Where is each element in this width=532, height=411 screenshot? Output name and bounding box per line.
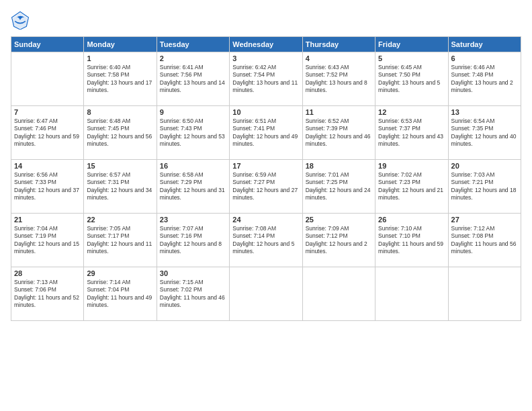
calendar-cell: 4Sunrise: 6:43 AMSunset: 7:52 PMDaylight… [302, 52, 375, 106]
calendar-week-row: 21Sunrise: 7:04 AMSunset: 7:19 PMDayligh… [11, 214, 521, 267]
day-number: 24 [232, 216, 299, 224]
calendar-cell: 19Sunrise: 7:02 AMSunset: 7:23 PMDayligh… [375, 160, 448, 214]
calendar-cell: 13Sunrise: 6:54 AMSunset: 7:35 PMDayligh… [448, 106, 521, 160]
calendar-cell: 7Sunrise: 6:47 AMSunset: 7:46 PMDaylight… [11, 106, 84, 160]
calendar-cell: 17Sunrise: 6:59 AMSunset: 7:27 PMDayligh… [230, 160, 302, 214]
day-info: Sunrise: 6:59 AMSunset: 7:27 PMDaylight:… [232, 171, 299, 202]
day-number: 3 [232, 54, 299, 62]
day-info: Sunrise: 7:15 AMSunset: 7:02 PMDaylight:… [160, 279, 226, 310]
day-info: Sunrise: 6:48 AMSunset: 7:45 PMDaylight:… [87, 118, 153, 148]
day-number: 9 [160, 108, 226, 116]
day-number: 12 [378, 108, 445, 116]
calendar-cell: 21Sunrise: 7:04 AMSunset: 7:19 PMDayligh… [11, 214, 84, 267]
day-number: 20 [451, 162, 518, 170]
calendar-header-row: SundayMondayTuesdayWednesdayThursdayFrid… [11, 37, 521, 52]
calendar-week-row: 14Sunrise: 6:56 AMSunset: 7:33 PMDayligh… [11, 160, 521, 214]
day-number: 25 [306, 216, 372, 224]
day-info: Sunrise: 7:05 AMSunset: 7:17 PMDaylight:… [87, 225, 153, 256]
day-number: 14 [14, 162, 81, 170]
day-info: Sunrise: 7:14 AMSunset: 7:04 PMDaylight:… [87, 279, 153, 310]
day-info: Sunrise: 6:57 AMSunset: 7:31 PMDaylight:… [87, 171, 153, 202]
day-info: Sunrise: 6:46 AMSunset: 7:48 PMDaylight:… [451, 64, 518, 95]
day-number: 30 [160, 269, 226, 277]
day-number: 27 [451, 216, 518, 224]
day-number: 6 [451, 54, 518, 62]
weekday-header-friday: Friday [375, 37, 448, 52]
calendar-cell: 14Sunrise: 6:56 AMSunset: 7:33 PMDayligh… [11, 160, 84, 214]
day-number: 13 [451, 108, 518, 116]
day-number: 8 [87, 108, 153, 116]
day-info: Sunrise: 6:58 AMSunset: 7:29 PMDaylight:… [160, 171, 226, 202]
day-info: Sunrise: 6:40 AMSunset: 7:58 PMDaylight:… [87, 64, 153, 95]
calendar-cell: 3Sunrise: 6:42 AMSunset: 7:54 PMDaylight… [230, 52, 302, 106]
day-info: Sunrise: 6:52 AMSunset: 7:39 PMDaylight:… [306, 118, 372, 148]
day-info: Sunrise: 7:03 AMSunset: 7:21 PMDaylight:… [451, 171, 518, 202]
calendar-week-row: 28Sunrise: 7:13 AMSunset: 7:06 PMDayligh… [11, 267, 521, 321]
calendar-cell [11, 52, 84, 106]
day-info: Sunrise: 6:42 AMSunset: 7:54 PMDaylight:… [232, 64, 299, 95]
calendar-cell: 2Sunrise: 6:41 AMSunset: 7:56 PMDaylight… [157, 52, 229, 106]
day-info: Sunrise: 7:07 AMSunset: 7:16 PMDaylight:… [160, 225, 226, 256]
weekday-header-wednesday: Wednesday [230, 37, 302, 52]
day-info: Sunrise: 7:01 AMSunset: 7:25 PMDaylight:… [306, 171, 372, 202]
weekday-header-tuesday: Tuesday [157, 37, 229, 52]
calendar-cell: 9Sunrise: 6:50 AMSunset: 7:43 PMDaylight… [157, 106, 229, 160]
calendar-cell: 8Sunrise: 6:48 AMSunset: 7:45 PMDaylight… [84, 106, 157, 160]
day-number: 28 [14, 269, 81, 277]
day-number: 23 [160, 216, 226, 224]
calendar-cell [302, 267, 375, 321]
calendar-cell: 12Sunrise: 6:53 AMSunset: 7:37 PMDayligh… [375, 106, 448, 160]
day-number: 11 [306, 108, 372, 116]
day-number: 17 [232, 162, 299, 170]
day-number: 26 [378, 216, 445, 224]
calendar-cell [230, 267, 302, 321]
weekday-header-thursday: Thursday [302, 37, 375, 52]
day-info: Sunrise: 7:09 AMSunset: 7:12 PMDaylight:… [306, 225, 372, 256]
day-number: 7 [14, 108, 81, 116]
calendar-cell: 25Sunrise: 7:09 AMSunset: 7:12 PMDayligh… [302, 214, 375, 267]
day-number: 15 [87, 162, 153, 170]
calendar-cell: 16Sunrise: 6:58 AMSunset: 7:29 PMDayligh… [157, 160, 229, 214]
weekday-header-sunday: Sunday [11, 37, 84, 52]
calendar-cell: 6Sunrise: 6:46 AMSunset: 7:48 PMDaylight… [448, 52, 521, 106]
calendar-cell: 15Sunrise: 6:57 AMSunset: 7:31 PMDayligh… [84, 160, 157, 214]
day-info: Sunrise: 7:08 AMSunset: 7:14 PMDaylight:… [232, 225, 299, 256]
day-info: Sunrise: 6:45 AMSunset: 7:50 PMDaylight:… [378, 64, 445, 95]
page-header [11, 11, 521, 30]
calendar-cell: 11Sunrise: 6:52 AMSunset: 7:39 PMDayligh… [302, 106, 375, 160]
day-info: Sunrise: 6:47 AMSunset: 7:46 PMDaylight:… [14, 118, 81, 148]
day-number: 19 [378, 162, 445, 170]
calendar-cell: 30Sunrise: 7:15 AMSunset: 7:02 PMDayligh… [157, 267, 229, 321]
day-info: Sunrise: 7:04 AMSunset: 7:19 PMDaylight:… [14, 225, 81, 256]
calendar-cell [375, 267, 448, 321]
day-number: 1 [87, 54, 153, 62]
calendar-table: SundayMondayTuesdayWednesdayThursdayFrid… [11, 36, 521, 321]
calendar-cell: 27Sunrise: 7:12 AMSunset: 7:08 PMDayligh… [448, 214, 521, 267]
calendar-cell: 28Sunrise: 7:13 AMSunset: 7:06 PMDayligh… [11, 267, 84, 321]
calendar-cell: 18Sunrise: 7:01 AMSunset: 7:25 PMDayligh… [302, 160, 375, 214]
day-number: 22 [87, 216, 153, 224]
calendar-cell: 20Sunrise: 7:03 AMSunset: 7:21 PMDayligh… [448, 160, 521, 214]
day-info: Sunrise: 6:54 AMSunset: 7:35 PMDaylight:… [451, 118, 518, 148]
day-number: 16 [160, 162, 226, 170]
calendar-cell: 22Sunrise: 7:05 AMSunset: 7:17 PMDayligh… [84, 214, 157, 267]
day-info: Sunrise: 7:02 AMSunset: 7:23 PMDaylight:… [378, 171, 445, 202]
calendar-cell: 24Sunrise: 7:08 AMSunset: 7:14 PMDayligh… [230, 214, 302, 267]
day-info: Sunrise: 7:10 AMSunset: 7:10 PMDaylight:… [378, 225, 445, 256]
calendar-week-row: 1Sunrise: 6:40 AMSunset: 7:58 PMDaylight… [11, 52, 521, 106]
calendar-cell: 10Sunrise: 6:51 AMSunset: 7:41 PMDayligh… [230, 106, 302, 160]
calendar-cell: 1Sunrise: 6:40 AMSunset: 7:58 PMDaylight… [84, 52, 157, 106]
day-number: 10 [232, 108, 299, 116]
calendar-cell: 5Sunrise: 6:45 AMSunset: 7:50 PMDaylight… [375, 52, 448, 106]
day-info: Sunrise: 7:13 AMSunset: 7:06 PMDaylight:… [14, 279, 81, 310]
day-info: Sunrise: 6:51 AMSunset: 7:41 PMDaylight:… [232, 118, 299, 148]
day-info: Sunrise: 7:12 AMSunset: 7:08 PMDaylight:… [451, 225, 518, 256]
calendar-cell [448, 267, 521, 321]
weekday-header-saturday: Saturday [448, 37, 521, 52]
day-info: Sunrise: 6:41 AMSunset: 7:56 PMDaylight:… [160, 64, 226, 95]
day-number: 5 [378, 54, 445, 62]
day-number: 21 [14, 216, 81, 224]
logo-icon [11, 11, 30, 30]
day-info: Sunrise: 6:53 AMSunset: 7:37 PMDaylight:… [378, 118, 445, 148]
day-info: Sunrise: 6:56 AMSunset: 7:33 PMDaylight:… [14, 171, 81, 202]
